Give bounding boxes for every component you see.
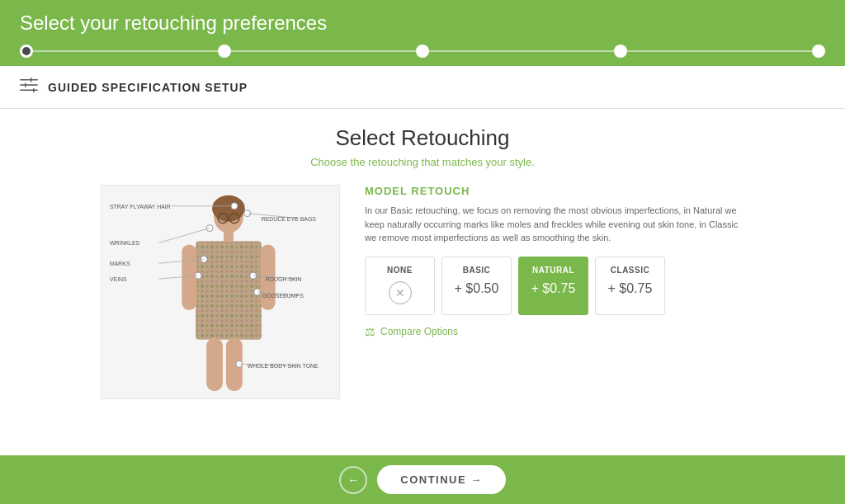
back-button[interactable]: ← bbox=[339, 466, 367, 494]
svg-text:STRAY FLYAWAY HAIR: STRAY FLYAWAY HAIR bbox=[110, 204, 171, 210]
retouch-panel-title: MODEL RETOUCH bbox=[365, 185, 744, 197]
option-basic-price: + $0.50 bbox=[455, 281, 499, 296]
option-classic[interactable]: CLASSIC + $0.75 bbox=[595, 257, 665, 315]
svg-rect-0 bbox=[20, 79, 38, 81]
progress-line-3 bbox=[429, 50, 614, 52]
progress-line-2 bbox=[231, 50, 416, 52]
svg-point-8 bbox=[212, 195, 245, 222]
option-basic[interactable]: BASIC + $0.50 bbox=[441, 257, 512, 315]
footer: ← CONTINUE → bbox=[0, 455, 845, 504]
svg-text:ROUGH SKIN: ROUGH SKIN bbox=[266, 276, 302, 282]
progress-line-1 bbox=[33, 50, 218, 52]
section-title: Select Retouching bbox=[335, 125, 509, 151]
compare-options-link[interactable]: ⚖ Compare Options bbox=[365, 325, 744, 338]
compare-link-label: Compare Options bbox=[380, 326, 458, 337]
svg-text:WRINKLES: WRINKLES bbox=[110, 240, 140, 246]
progress-bar bbox=[20, 45, 825, 66]
progress-line-4 bbox=[627, 50, 812, 52]
options-row: NONE ✕ BASIC + $0.50 NATURAL + $0.75 CLA… bbox=[365, 257, 744, 315]
progress-step-5[interactable] bbox=[812, 45, 825, 58]
model-svg: STRAY FLYAWAY HAIR WRINKLES MARKS VEINS … bbox=[101, 185, 339, 399]
progress-step-3[interactable] bbox=[416, 45, 429, 58]
continue-button[interactable]: CONTINUE → bbox=[377, 465, 506, 494]
back-arrow-icon: ← bbox=[347, 473, 359, 487]
retouch-panel: MODEL RETOUCH In our Basic retouching, w… bbox=[365, 185, 744, 399]
header-title: Select your retouching preferences bbox=[20, 12, 825, 35]
main-content: Select Retouching Choose the retouching … bbox=[0, 109, 845, 455]
subtitle-colored: the retouching that matches your style. bbox=[351, 156, 535, 168]
svg-text:GOOSEBUMPS: GOOSEBUMPS bbox=[262, 293, 304, 299]
continue-label: CONTINUE → bbox=[400, 473, 483, 486]
svg-text:REDUCE EYE BAGS: REDUCE EYE BAGS bbox=[262, 216, 317, 222]
section-subtitle: Choose the retouching that matches your … bbox=[310, 156, 535, 168]
option-classic-price: + $0.75 bbox=[608, 281, 653, 296]
progress-step-4[interactable] bbox=[614, 45, 627, 58]
svg-rect-14 bbox=[206, 338, 223, 392]
option-none-label: NONE bbox=[387, 266, 413, 275]
svg-text:WHOLE BODY SKIN TONE: WHOLE BODY SKIN TONE bbox=[248, 363, 319, 369]
option-basic-label: BASIC bbox=[463, 266, 491, 275]
option-natural[interactable]: NATURAL + $0.75 bbox=[518, 257, 588, 315]
balance-icon: ⚖ bbox=[365, 325, 375, 338]
retouch-description: In our Basic retouching, we focus on rem… bbox=[365, 204, 744, 245]
sliders-icon bbox=[20, 78, 38, 97]
svg-rect-3 bbox=[31, 78, 32, 82]
svg-text:MARKS: MARKS bbox=[110, 261, 130, 266]
svg-rect-1 bbox=[20, 84, 38, 86]
sub-header-title: GUIDED SPECIFICATION SETUP bbox=[48, 81, 248, 94]
option-natural-label: NATURAL bbox=[532, 266, 574, 275]
svg-rect-5 bbox=[33, 88, 35, 92]
model-figure: STRAY FLYAWAY HAIR WRINKLES MARKS VEINS … bbox=[101, 186, 339, 398]
model-image-area: STRAY FLYAWAY HAIR WRINKLES MARKS VEINS … bbox=[101, 185, 340, 399]
svg-rect-2 bbox=[20, 90, 38, 92]
progress-step-2[interactable] bbox=[218, 45, 231, 58]
sub-header: GUIDED SPECIFICATION SETUP bbox=[0, 66, 845, 109]
svg-rect-4 bbox=[25, 83, 26, 88]
content-row: STRAY FLYAWAY HAIR WRINKLES MARKS VEINS … bbox=[101, 185, 744, 399]
svg-rect-9 bbox=[224, 232, 234, 242]
header: Select your retouching preferences bbox=[0, 0, 845, 66]
x-icon: ✕ bbox=[389, 281, 412, 304]
progress-step-1[interactable] bbox=[20, 45, 33, 58]
option-natural-price: + $0.75 bbox=[531, 281, 576, 296]
option-none[interactable]: NONE ✕ bbox=[365, 257, 435, 315]
option-classic-label: CLASSIC bbox=[611, 266, 649, 275]
svg-rect-12 bbox=[182, 244, 196, 309]
subtitle-plain: Choose bbox=[310, 156, 350, 168]
svg-text:VEINS: VEINS bbox=[110, 276, 127, 282]
